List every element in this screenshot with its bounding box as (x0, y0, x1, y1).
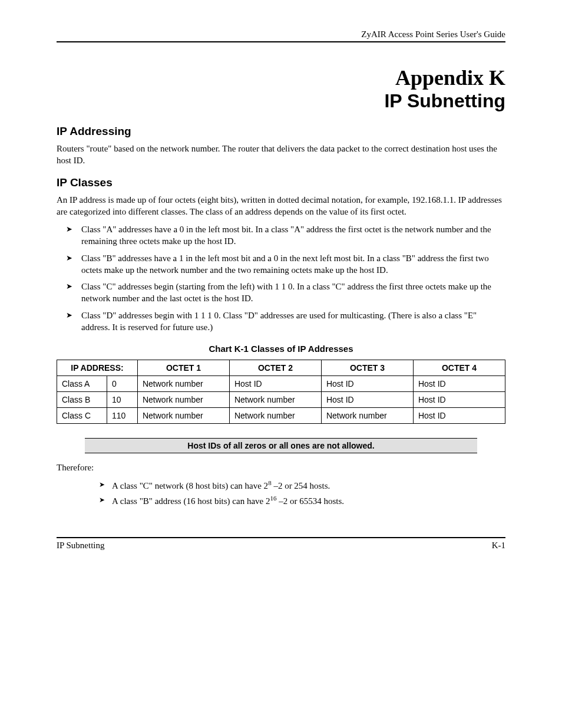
list-item: A class "C" network (8 host bits) can ha… (99, 479, 505, 491)
note-box: Host IDs of all zeros or all ones are no… (85, 438, 477, 453)
table-cell: Host ID (321, 392, 413, 408)
table-cell: 110 (107, 408, 138, 424)
heading-ip-addressing: IP Addressing (57, 125, 505, 138)
table-cell: Network number (321, 408, 413, 424)
table-cell: Class C (57, 408, 107, 424)
table-cell: Network number (137, 376, 229, 392)
para-ip-addressing: Routers "route" based on the network num… (57, 143, 505, 167)
footer-right: K-1 (492, 541, 505, 551)
table-header: OCTET 1 (137, 360, 229, 376)
footer-left: IP Subnetting (57, 541, 105, 551)
table-cell: 10 (107, 392, 138, 408)
table-cell: Network number (137, 392, 229, 408)
table-header-row: IP ADDRESS: OCTET 1 OCTET 2 OCTET 3 OCTE… (57, 360, 505, 376)
table-cell: Host ID (413, 376, 505, 392)
title-line1: Appendix K (57, 66, 505, 90)
list-item: A class "B" address (16 host bits) can h… (99, 495, 505, 506)
ip-classes-list: Class "A" addresses have a 0 in the left… (57, 223, 505, 333)
table-header: OCTET 4 (413, 360, 505, 376)
title-line2: IP Subnetting (57, 90, 505, 112)
ip-classes-table: IP ADDRESS: OCTET 1 OCTET 2 OCTET 3 OCTE… (57, 360, 505, 424)
list-item: Class "B" addresses have a 1 in the left… (71, 252, 505, 276)
chart-title: Chart K-1 Classes of IP Addresses (57, 344, 505, 354)
table-cell: Network number (137, 408, 229, 424)
therefore-list: A class "C" network (8 host bits) can ha… (57, 479, 505, 506)
therefore-text: A class "C" network (8 host bits) can ha… (112, 481, 268, 490)
therefore-text: –2 or 254 hosts. (272, 481, 330, 490)
header-bar: ZyAIR Access Point Series User's Guide (57, 29, 505, 42)
list-item: Class "D" addresses begin with 1 1 1 0. … (71, 309, 505, 334)
table-row: Class A 0 Network number Host ID Host ID… (57, 376, 505, 392)
list-item: Class "C" addresses begin (starting from… (71, 281, 505, 305)
table-row: Class C 110 Network number Network numbe… (57, 408, 505, 424)
table-header: OCTET 2 (229, 360, 321, 376)
table-cell: Network number (229, 392, 321, 408)
therefore-text: A class "B" address (16 host bits) can h… (112, 496, 270, 506)
table-cell: Host ID (321, 376, 413, 392)
table-header: IP ADDRESS: (57, 360, 138, 376)
table-row: Class B 10 Network number Network number… (57, 392, 505, 408)
table-cell: Host ID (413, 408, 505, 424)
therefore-label: Therefore: (57, 462, 505, 473)
list-item: Class "A" addresses have a 0 in the left… (71, 223, 505, 248)
table-cell: Class A (57, 376, 107, 392)
page-title: Appendix K IP Subnetting (57, 66, 505, 112)
heading-ip-classes: IP Classes (57, 176, 505, 189)
table-header: OCTET 3 (321, 360, 413, 376)
table-cell: Class B (57, 392, 107, 408)
table-cell: 0 (107, 376, 138, 392)
footer-bar: IP Subnetting K-1 (57, 537, 505, 551)
therefore-text: –2 or 65534 hosts. (276, 496, 344, 506)
table-cell: Host ID (413, 392, 505, 408)
header-text: ZyAIR Access Point Series User's Guide (361, 29, 505, 39)
exponent: 16 (270, 495, 276, 502)
table-cell: Network number (229, 408, 321, 424)
table-cell: Host ID (229, 376, 321, 392)
para-ip-classes: An IP address is made up of four octets … (57, 194, 505, 218)
